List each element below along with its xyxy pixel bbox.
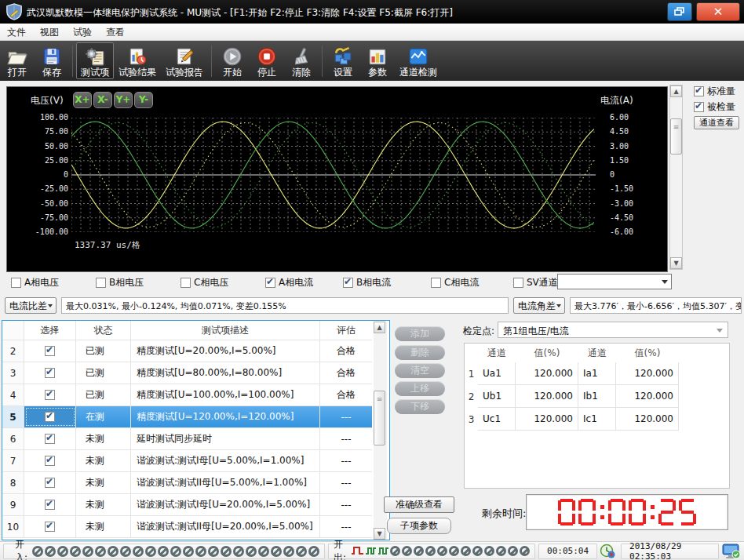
phase-check-2[interactable]: C相电压 <box>181 276 228 289</box>
row-checkbox-icon[interactable] <box>45 412 55 422</box>
phase-check-4[interactable]: B相电流 <box>343 276 391 289</box>
chart-scrollbar[interactable]: ▲ ▼ <box>669 85 683 270</box>
checkbox-icon[interactable] <box>694 102 704 112</box>
chart-zoom-yminus[interactable]: Y- <box>134 92 153 108</box>
phase-check-5[interactable]: C相电流 <box>431 276 479 289</box>
close-window-button[interactable]: ✕ <box>696 2 740 21</box>
current-angle-dropdown[interactable]: 电流角差 <box>513 297 565 314</box>
restore-window-button[interactable] <box>667 2 692 21</box>
checkbox-icon[interactable] <box>513 278 523 288</box>
toolbar-button-5[interactable]: 开始 <box>215 42 250 79</box>
test-item-row-7[interactable]: 7未测谐波测试:测试I母[U=5.00%,I=1.00%]--- <box>2 450 372 472</box>
channel-value[interactable]: 120.000 <box>516 385 578 408</box>
scroll-up-icon[interactable]: ▲ <box>670 85 682 97</box>
toolbar-button-2[interactable]: 测试项 <box>76 42 114 79</box>
list-action-4[interactable]: 下移 <box>395 399 445 414</box>
row-checkbox-icon[interactable] <box>45 500 55 510</box>
sv-channel-select[interactable] <box>557 274 672 289</box>
subparam-button[interactable]: 子项参数 <box>387 518 451 534</box>
current-tick: 4.50 <box>610 127 629 136</box>
window-title: 武汉凯默数模一体继电保护测试系统 - MU测试 - [F1:开始 F2:停止 F… <box>27 6 453 20</box>
row-status: 已测 <box>76 362 131 384</box>
toolbar-button-6[interactable]: 停止 <box>250 42 284 79</box>
channel-value[interactable]: 120.000 <box>616 362 679 385</box>
row-status: 未测 <box>76 494 131 515</box>
toolbar-button-7[interactable]: 清除 <box>284 42 319 79</box>
list-action-1[interactable]: 删除 <box>395 345 445 360</box>
test-item-row-2[interactable]: 2已测精度测试[U=20.00%,I=5.00%]合格 <box>2 340 372 362</box>
di-off-icon <box>195 546 206 557</box>
titlebar: 武汉凯默数模一体继电保护测试系统 - MU测试 - [F1:开始 F2:停止 F… <box>0 0 744 24</box>
row-status: 未测 <box>76 428 131 449</box>
row-checkbox-icon[interactable] <box>45 390 55 400</box>
channel-value[interactable]: 120.000 <box>516 408 578 431</box>
table-header: 选择状态测试项描述评估 <box>2 321 372 340</box>
channel-view-button[interactable]: 通道查看 <box>694 116 739 129</box>
toolbar-button-8[interactable]: 设置 <box>326 42 360 79</box>
list-action-3[interactable]: 上移 <box>395 381 445 396</box>
toolbar-button-0[interactable]: 打开 <box>0 42 35 79</box>
list-action-0[interactable]: 添加 <box>395 326 445 341</box>
row-checkbox-icon[interactable] <box>45 456 55 466</box>
row-checkbox-icon[interactable] <box>45 346 55 356</box>
test-item-row-6[interactable]: 6未测延时测试同步延时--- <box>2 428 372 450</box>
chart-zoom-xplus[interactable]: X+ <box>73 92 92 108</box>
test-item-row-10[interactable]: 10未测谐波测试:测试II母[U=20.00%,I=5.00%]--- <box>2 516 372 538</box>
menu-item-0[interactable]: 文件 <box>0 24 33 40</box>
checkbox-icon[interactable] <box>694 86 704 96</box>
test-items-icon <box>85 46 105 67</box>
list-action-2[interactable]: 清空 <box>395 363 445 378</box>
checkbox-icon[interactable] <box>11 278 21 288</box>
scrollbar-thumb[interactable] <box>670 118 682 155</box>
test-item-row-8[interactable]: 8未测谐波测试:测试II母[U=5.00%,I=1.00%]--- <box>2 472 372 494</box>
toolbar-button-4[interactable]: 试验报告 <box>161 42 208 79</box>
di-off-icon <box>258 546 269 557</box>
application-window: 武汉凯默数模一体继电保护测试系统 - MU测试 - [F1:开始 F2:停止 F… <box>0 0 744 560</box>
side-check-0[interactable]: 标准量 <box>694 85 742 98</box>
angle-stats-field: 最大3.776′，最小-6.656′，均值5.307′，变差10.434′ <box>570 297 742 314</box>
chart-zoom-yplus[interactable]: Y+ <box>114 92 133 108</box>
current-axis-label: 电流(A) <box>600 94 633 107</box>
do-wave-icon-0 <box>351 544 365 558</box>
toolbar-button-label: 打开 <box>8 67 27 77</box>
channel-value[interactable]: 120.000 <box>616 385 679 408</box>
row-checkbox-icon[interactable] <box>45 434 55 444</box>
test-item-row-4[interactable]: 4已测精度测试[U=100.00%,I=100.00%]合格 <box>2 384 372 406</box>
toolbar-button-9[interactable]: 参数 <box>360 42 395 79</box>
menu-item-2[interactable]: 试验 <box>66 24 99 40</box>
side-check-1[interactable]: 被检量 <box>694 100 742 114</box>
menu-item-1[interactable]: 视图 <box>33 24 66 40</box>
datetime-section: 2013/08/29 02:35:03 <box>621 544 719 559</box>
checkpoint-select[interactable]: 第1组电压/电流 <box>498 322 728 338</box>
test-item-row-5[interactable]: 5在测精度测试[U=120.00%,I=120.00%]--- <box>2 406 372 428</box>
phase-check-0[interactable]: A相电压 <box>11 276 59 289</box>
checkbox-icon[interactable] <box>181 278 191 288</box>
row-checkbox-icon[interactable] <box>45 522 55 532</box>
channel-value[interactable]: 120.000 <box>516 362 578 385</box>
row-checkbox-icon[interactable] <box>45 368 55 378</box>
phase-check-3[interactable]: A相电流 <box>265 276 313 289</box>
current-ratio-dropdown[interactable]: 电流比差 <box>5 297 57 314</box>
toolbar-button-label: 试验报告 <box>166 67 203 77</box>
checkbox-icon[interactable] <box>265 278 275 288</box>
scroll-down-icon[interactable]: ▼ <box>670 257 682 269</box>
checkbox-icon[interactable] <box>431 278 441 288</box>
phase-check-1[interactable]: B相电压 <box>96 276 144 289</box>
checkbox-icon[interactable] <box>343 278 353 288</box>
scroll-up-icon[interactable]: ▲ <box>374 322 385 333</box>
chart-zoom-xminus[interactable]: X- <box>93 92 112 108</box>
toolbar-button-3[interactable]: 试验结果 <box>114 42 161 79</box>
scrollbar-thumb[interactable] <box>374 391 385 445</box>
menu-item-3[interactable]: 查看 <box>99 24 132 40</box>
test-item-row-3[interactable]: 3已测精度测试[U=80.00%,I=80.00%]合格 <box>2 362 372 384</box>
scroll-down-icon[interactable]: ▼ <box>374 528 385 540</box>
test-item-row-9[interactable]: 9未测谐波测试:测试I母[U=20.00%,I=5.00%]--- <box>2 494 372 516</box>
toolbar-button-10[interactable]: 通道检测 <box>395 42 442 79</box>
channel-value[interactable]: 120.000 <box>616 408 679 431</box>
phase-check-6[interactable]: SV通道 <box>513 276 558 289</box>
checkbox-icon[interactable] <box>96 278 106 288</box>
row-checkbox-icon[interactable] <box>45 478 55 488</box>
voltage-tick: -75.00 <box>23 213 68 222</box>
accuracy-view-button[interactable]: 准确级查看 <box>384 496 454 513</box>
toolbar-button-1[interactable]: 保存 <box>35 42 69 79</box>
